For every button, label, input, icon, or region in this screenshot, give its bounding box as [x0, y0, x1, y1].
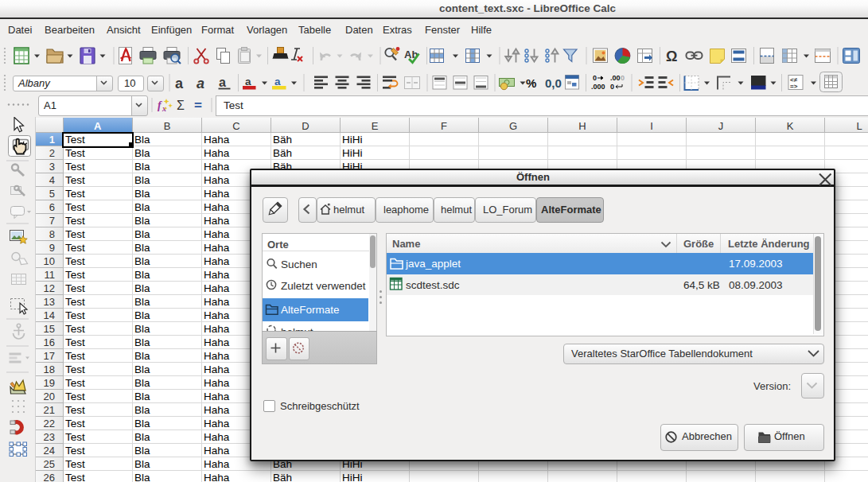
svg-text:a: a [274, 76, 281, 87]
svg-text:a: a [175, 76, 184, 91]
svg-text:=>: => [790, 83, 798, 90]
svg-text:Ω: Ω [666, 49, 677, 64]
svg-text:a: a [219, 76, 226, 89]
svg-text:a: a [245, 76, 251, 87]
svg-text:.00: .00 [610, 74, 621, 82]
svg-text:.000: .000 [591, 83, 605, 91]
svg-text:0: 0 [621, 74, 625, 82]
svg-text:%: % [526, 76, 536, 90]
svg-text:0: 0 [593, 74, 597, 82]
svg-text:Σ: Σ [177, 99, 185, 112]
svg-text:0: 0 [610, 83, 614, 91]
svg-text:a: a [197, 76, 204, 91]
svg-text:0,0: 0,0 [545, 76, 562, 90]
svg-text:=: = [194, 98, 202, 113]
